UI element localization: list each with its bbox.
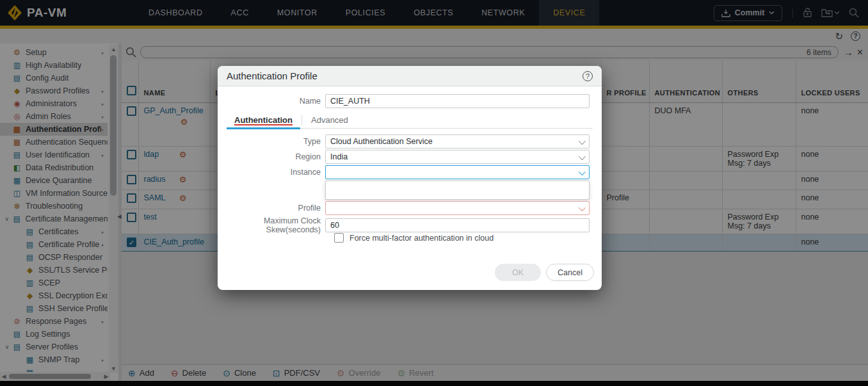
bottom-edge	[0, 381, 868, 386]
tab-advanced[interactable]: Advanced	[303, 112, 356, 128]
type-select[interactable]: Cloud Authentication Service	[325, 134, 590, 149]
tab-label: Authentication	[234, 115, 293, 125]
region-value: India	[330, 152, 348, 161]
dialog-tabs: Authentication Advanced	[227, 112, 593, 129]
profile-select[interactable]	[325, 201, 590, 215]
clock-skew-value: 60	[330, 221, 339, 230]
profile-label: Profile	[218, 204, 325, 213]
authentication-profile-dialog: Authentication Profile ? Name CIE_AUTH A…	[218, 66, 602, 290]
force-mfa-row: Force multi-factor authentication in clo…	[334, 233, 494, 243]
force-mfa-checkbox[interactable]	[334, 233, 344, 243]
tab-label: Advanced	[311, 115, 348, 125]
dialog-help-icon[interactable]: ?	[583, 71, 593, 81]
instance-label: Instance	[218, 168, 325, 177]
force-mfa-label: Force multi-factor authentication in clo…	[350, 234, 494, 243]
pa-vm-app: PA-VM DASHBOARDACCMONITORPOLICIESOBJECTS…	[0, 0, 868, 386]
dialog-title: Authentication Profile	[227, 70, 317, 81]
dialog-header: Authentication Profile ?	[218, 66, 602, 86]
name-value: CIE_AUTH	[330, 97, 370, 106]
cancel-button[interactable]: Cancel	[546, 264, 594, 281]
name-label: Name	[218, 97, 325, 106]
ok-button[interactable]: OK	[495, 264, 541, 281]
tab-divider	[301, 115, 302, 125]
region-row: Region India	[218, 150, 602, 164]
clock-skew-input[interactable]: 60	[325, 218, 590, 232]
instance-row: Instance	[218, 165, 602, 179]
clock-skew-label: Maximum Clock Skew(seconds)	[218, 216, 325, 234]
type-value: Cloud Authentication Service	[330, 137, 433, 146]
instance-select[interactable]	[325, 165, 590, 179]
tab-authentication[interactable]: Authentication	[227, 112, 300, 128]
profile-row: Profile	[218, 201, 602, 215]
clock-skew-row: Maximum Clock Skew(seconds) 60	[218, 216, 602, 234]
region-label: Region	[218, 152, 325, 161]
type-row: Type Cloud Authentication Service	[218, 134, 602, 149]
name-row: Name CIE_AUTH	[218, 94, 602, 108]
dialog-buttons: OK Cancel	[495, 264, 594, 281]
region-select[interactable]: India	[325, 150, 590, 164]
instance-dropdown-panel[interactable]	[325, 181, 590, 200]
name-input[interactable]: CIE_AUTH	[325, 94, 590, 108]
type-label: Type	[218, 137, 325, 146]
